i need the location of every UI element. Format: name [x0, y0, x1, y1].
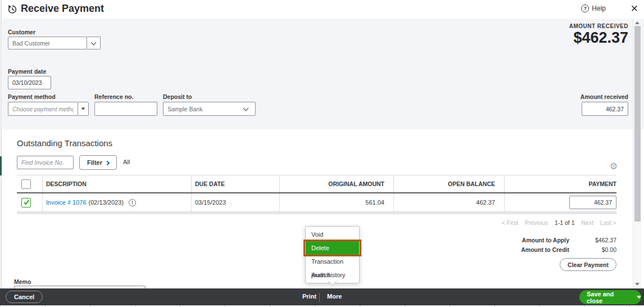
reference-label: Reference no. [94, 93, 133, 100]
more-context-menu: Void Delete Transaction journal Audit hi… [305, 226, 360, 283]
chevron-right-icon [105, 160, 110, 165]
column-payment: PAYMENT [504, 175, 616, 192]
column-open-balance: OPEN BALANCE [393, 175, 504, 192]
chevron-down-icon [91, 39, 97, 45]
scrollbar[interactable] [633, 19, 641, 288]
pagination-first[interactable]: < First [502, 219, 518, 226]
find-invoice-input[interactable] [17, 156, 74, 169]
amount-received-input[interactable] [582, 102, 628, 116]
payment-date-input[interactable] [8, 76, 51, 89]
cancel-button[interactable]: Cancel [6, 291, 43, 303]
amount-to-credit-label: Amount to Credit [521, 246, 569, 253]
table-header-row: DESCRIPTION DUE DATE ORIGINAL AMOUNT OPE… [17, 175, 616, 193]
memo-label: Memo [14, 278, 31, 285]
table-bottom-bar [17, 212, 616, 214]
column-description: DESCRIPTION [42, 175, 191, 192]
caret-down-icon[interactable] [637, 296, 641, 299]
help-label: Help [592, 4, 606, 12]
save-and-close-label: Save and close [579, 291, 631, 304]
customer-dropdown-button[interactable] [87, 37, 101, 49]
page-behind-nav-sliver [0, 156, 2, 175]
gear-icon[interactable]: ⚙ [610, 162, 618, 171]
invoice-date: (02/13/2023) [89, 199, 124, 206]
due-date-cell: 03/15/2023 [191, 193, 279, 211]
payment-date-label: Payment date [8, 68, 46, 75]
pagination-last[interactable]: Last > [600, 219, 616, 226]
clear-payment-button[interactable]: Clear Payment [560, 258, 616, 271]
amount-to-apply-value: $462.37 [595, 237, 616, 243]
filter-button[interactable]: Filter [79, 155, 117, 170]
filter-status: All [123, 159, 130, 165]
column-original-amount: ORIGINAL AMOUNT [279, 175, 393, 192]
scroll-up-arrow-icon[interactable] [635, 21, 640, 24]
invoice-link[interactable]: Invoice # 1076 [46, 199, 87, 206]
close-icon[interactable]: ✕ [631, 3, 638, 15]
pagination: < First Previous 1-1 of 1 Next Last > [502, 219, 616, 226]
customer-input[interactable] [8, 37, 87, 49]
caret-down-icon [81, 108, 85, 110]
row-checkbox[interactable] [21, 198, 31, 207]
modal-header: Receive Payment ? Help ✕ [2, 0, 644, 19]
deposit-to-input[interactable] [163, 102, 256, 116]
amount-to-apply-label: Amount to Apply [522, 237, 569, 243]
footer-bar: Cancel Print More Save and close [0, 288, 644, 305]
page-title: Receive Payment [21, 3, 104, 15]
pagination-next[interactable]: Next [582, 219, 594, 226]
open-balance-cell: 462.37 [393, 193, 504, 211]
payment-method-dropdown-button[interactable] [78, 102, 89, 116]
scrollbar-thumb[interactable] [634, 26, 641, 222]
help-icon: ? [581, 4, 589, 12]
column-due-date: DUE DATE [191, 175, 279, 192]
menu-item-void[interactable]: Void [306, 228, 359, 241]
page-behind-edge [0, 0, 2, 307]
help-button[interactable]: ? Help [581, 4, 606, 12]
menu-item-transaction-journal[interactable]: Transaction journal [306, 255, 359, 268]
menu-item-delete-label: Delete [311, 245, 329, 251]
filter-label: Filter [87, 159, 102, 166]
transactions-table: DESCRIPTION DUE DATE ORIGINAL AMOUNT OPE… [17, 175, 616, 214]
payment-method-label: Payment method [8, 93, 56, 100]
checkmark-icon [23, 199, 30, 206]
original-amount-cell: 561.04 [279, 193, 393, 211]
print-button[interactable]: Print [302, 293, 316, 300]
info-icon[interactable]: ! [129, 199, 136, 206]
deposit-to-label: Deposit to [163, 93, 192, 100]
scroll-down-arrow-icon[interactable] [635, 283, 640, 286]
pagination-range: 1-1 of 1 [555, 219, 575, 226]
section-title: Outstanding Transactions [17, 138, 112, 148]
table-row: Invoice # 1076 (02/13/2023) ! 03/15/2023… [17, 193, 616, 212]
payment-amount-input[interactable] [569, 196, 616, 209]
more-button[interactable]: More [327, 293, 342, 300]
amount-received-total: $462.37 [573, 29, 628, 47]
amount-received-label: Amount received [580, 93, 628, 100]
footer-divider [319, 292, 320, 302]
payment-method-input[interactable] [8, 102, 78, 116]
pagination-previous[interactable]: Previous [525, 219, 548, 226]
amount-received-heading: AMOUNT RECEIVED [569, 23, 628, 29]
save-and-close-button[interactable]: Save and close [579, 290, 641, 304]
menu-item-delete[interactable]: Delete [306, 241, 359, 255]
customer-label: Customer [8, 29, 35, 35]
receive-payment-modal: Receive Payment ? Help ✕ Customer AMOUNT… [0, 0, 644, 307]
select-all-checkbox[interactable] [21, 179, 31, 189]
reference-input[interactable] [94, 102, 157, 116]
amount-to-credit-value: $0.00 [602, 246, 616, 253]
recent-transactions-icon[interactable] [7, 4, 17, 14]
